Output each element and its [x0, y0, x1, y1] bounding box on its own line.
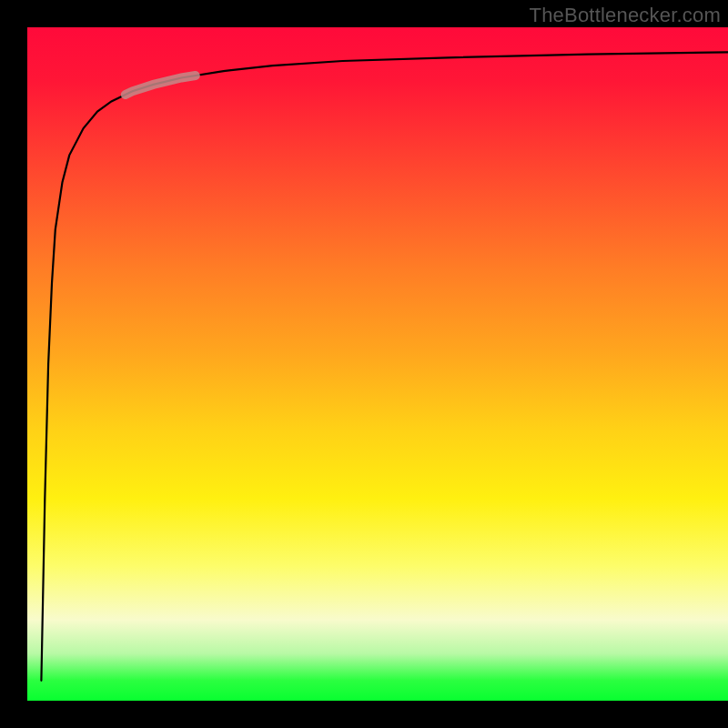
plot-area [27, 27, 728, 701]
curve-svg [27, 27, 728, 701]
chart-frame: TheBottlenecker.com [0, 0, 728, 728]
curve-path-main [41, 52, 728, 680]
attribution-text: TheBottlenecker.com [530, 4, 721, 27]
bottleneck-curve [41, 52, 728, 680]
curve-path-highlight [126, 76, 196, 95]
